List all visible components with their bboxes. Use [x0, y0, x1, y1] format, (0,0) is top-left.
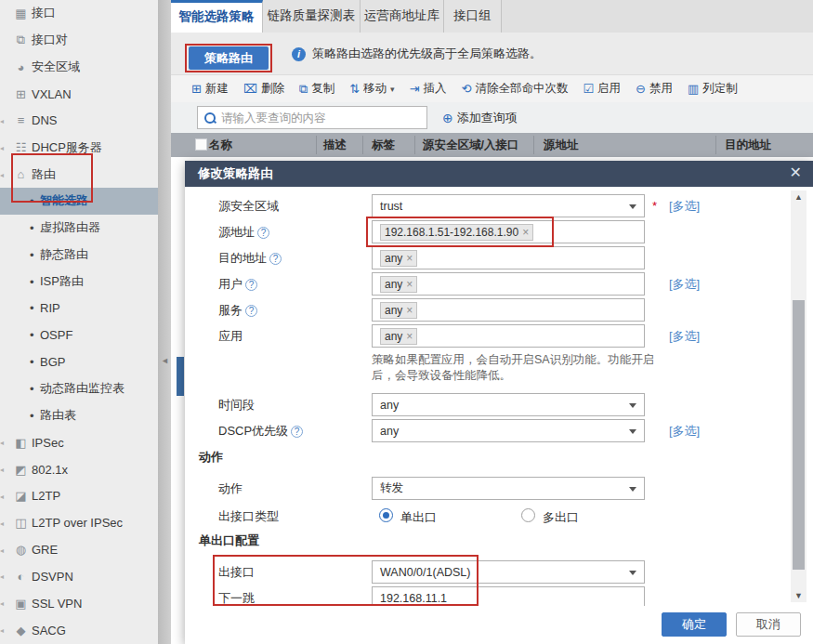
sidebar-item-interface[interactable]: ▦接口 [0, 0, 158, 27]
enable-button[interactable]: ☑启用 [583, 81, 621, 97]
collapse-arrow-icon: ◂ [0, 492, 4, 500]
dsvpn-icon: ◐ [13, 570, 29, 584]
route-icon: ⌂ [13, 167, 29, 181]
close-icon[interactable]: ✕ [790, 164, 802, 181]
application-multi-select-link[interactable]: [多选] [669, 328, 700, 345]
action-select[interactable]: 转发 [372, 477, 645, 500]
panel-collapse-icon[interactable]: ◄ [161, 356, 169, 365]
remove-chip-icon[interactable]: × [522, 226, 529, 239]
sidebar-item-bgp[interactable]: •BGP [0, 348, 158, 375]
chevron-down-icon [629, 571, 636, 575]
new-button[interactable]: ⊞新建 [191, 81, 229, 97]
field-row-user: 用户? any× [多选] [185, 272, 798, 296]
out-interface-select[interactable]: WAN0/0/1(ADSL) [372, 560, 645, 584]
sidebar-item-static-route[interactable]: •静态路由 [0, 242, 158, 269]
delete-button[interactable]: ⌧删除 [243, 81, 284, 97]
help-icon[interactable]: ? [257, 227, 269, 239]
radio-multi-outlet[interactable] [521, 508, 535, 522]
remove-chip-icon[interactable]: × [406, 278, 413, 291]
next-hop-label: 下一跳 [218, 590, 255, 606]
sidebar-item-dsvpn[interactable]: ◂◐DSVPN [0, 563, 158, 590]
search-input[interactable] [221, 112, 407, 125]
select-all-checkbox[interactable] [195, 138, 207, 151]
sidebar-item-virtual-router[interactable]: •虚拟路由器 [0, 215, 158, 242]
field-row-action: 动作 转发 [185, 477, 798, 500]
sidebar-item-interface-pair[interactable]: ⧉接口对 [0, 27, 158, 54]
user-input[interactable]: any× [372, 272, 645, 296]
sidebar-item-security-zone[interactable]: ◕安全区域 [0, 54, 158, 81]
dialog-scrollbar[interactable]: ▲ ▼ [791, 191, 806, 602]
move-button[interactable]: ⇅移动▾ [349, 81, 394, 97]
clear-hit-count-button[interactable]: ⟲清除全部命中次数 [462, 81, 569, 97]
help-icon[interactable]: ? [245, 279, 257, 291]
user-multi-select-link[interactable]: [多选] [669, 276, 700, 293]
tab-link-quality-probe[interactable]: 链路质量探测表 [263, 0, 361, 33]
sidebar-item-sacg[interactable]: ◂◆SACG [0, 617, 158, 644]
sidebar-item-smart-routing[interactable]: •智能选路 [0, 188, 158, 215]
sidebar-item-vxlan[interactable]: ⊞VXLAN [0, 81, 158, 108]
tab-interface-group[interactable]: 接口组 [444, 0, 502, 33]
radio-single-outlet[interactable] [379, 508, 393, 522]
modify-policy-route-dialog: 修改策略路由 ✕ 源安全区域 trust * [多选] 源地址? 192.168… [185, 161, 813, 644]
sidebar-item-dynamic-route-monitor[interactable]: •动态路由监控表 [0, 375, 158, 402]
cancel-button[interactable]: 取消 [736, 612, 801, 637]
field-row-out-if-type: 出接口类型 单出口 多出口 [185, 505, 798, 528]
src-address-label: 源地址 [218, 224, 255, 241]
scrollbar-thumb[interactable] [793, 300, 805, 570]
src-zone-multi-select-link[interactable]: [多选] [669, 198, 700, 215]
l2tp-icon: ◪ [13, 489, 29, 503]
service-input[interactable]: any× [372, 298, 645, 322]
column-customize-button[interactable]: ▥列定制 [688, 81, 738, 97]
help-icon[interactable]: ? [291, 426, 303, 438]
help-icon[interactable]: ? [269, 253, 282, 265]
scroll-down-icon[interactable]: ▼ [791, 591, 806, 600]
field-row-dscp: DSCP优先级? any [多选] [185, 419, 798, 442]
sidebar-divider[interactable]: ◄ [158, 0, 171, 644]
dns-icon: ≡ [13, 113, 29, 127]
tab-smart-routing-policy[interactable]: 智能选路策略 [171, 0, 263, 33]
help-icon[interactable]: ? [245, 305, 257, 317]
dialog-body: 源安全区域 trust * [多选] 源地址? 192.168.1.51-192… [185, 187, 813, 606]
sidebar-item-ssl-vpn[interactable]: ◂▣SSL VPN [0, 590, 158, 617]
remove-chip-icon[interactable]: × [406, 304, 413, 317]
sidebar-item-rip[interactable]: •RIP [0, 295, 158, 322]
info-text: 策略路由选路的优先级高于全局策略选路。 [312, 46, 542, 62]
scroll-up-icon[interactable]: ▲ [791, 192, 806, 202]
disable-button[interactable]: ⊖禁用 [636, 81, 673, 97]
add-query-button[interactable]: ⊕ 添加查询项 [442, 110, 518, 126]
time-range-select[interactable]: any [372, 393, 645, 416]
remove-chip-icon[interactable]: × [406, 252, 413, 265]
dscp-select[interactable]: any [372, 419, 645, 442]
dst-address-input[interactable]: any× [372, 246, 645, 269]
collapse-arrow-icon: ◂ [0, 545, 4, 554]
search-box[interactable] [197, 106, 427, 129]
sidebar-item-gre[interactable]: ◂◍GRE [0, 536, 158, 563]
sidebar-item-ospf[interactable]: •OSPF [0, 322, 158, 348]
sidebar-item-dns[interactable]: ◂≡DNS [0, 107, 158, 134]
sidebar-item-route[interactable]: ◂⌂路由 [0, 161, 158, 188]
sidebar-item-isp-route[interactable]: •ISP路由 [0, 269, 158, 296]
src-zone-select[interactable]: trust [372, 194, 645, 217]
application-input[interactable]: any× [372, 324, 645, 348]
sidebar-item-dhcp-server[interactable]: ◂☷DHCP服务器 [0, 134, 158, 161]
src-zone-label: 源安全区域 [218, 198, 279, 215]
sidebar-item-l2tp[interactable]: ◂◪L2TP [0, 482, 158, 509]
ok-button[interactable]: 确定 [662, 612, 727, 637]
next-hop-input[interactable]: 192.168.11.1 [372, 586, 645, 606]
sidebar-item-8021x[interactable]: ◂◩802.1x [0, 456, 158, 483]
src-address-input[interactable]: 192.168.1.51-192.168.1.90× [372, 220, 645, 243]
policy-route-button[interactable]: 策略路由 [189, 46, 269, 70]
dscp-multi-select-link[interactable]: [多选] [669, 423, 700, 440]
sidebar-item-l2tp-over-ipsec[interactable]: ◂◫L2TP over IPSec [0, 509, 158, 536]
tab-isp-address-library[interactable]: 运营商地址库 [361, 0, 444, 33]
radio-multi-outlet-label: 多出口 [543, 509, 579, 526]
service-label: 服务 [218, 302, 243, 319]
background-scrollbar-thumb[interactable] [177, 357, 184, 396]
collapse-arrow-icon: ◂ [0, 519, 4, 527]
sidebar-item-ipsec[interactable]: ◂◧IPSec [0, 429, 158, 456]
remove-chip-icon[interactable]: × [406, 330, 413, 343]
insert-button[interactable]: ⇥插入 [410, 81, 447, 97]
sidebar-item-route-table[interactable]: •路由表 [0, 402, 158, 429]
new-icon: ⊞ [191, 82, 202, 96]
copy-button[interactable]: ⧉复制 [299, 81, 334, 97]
